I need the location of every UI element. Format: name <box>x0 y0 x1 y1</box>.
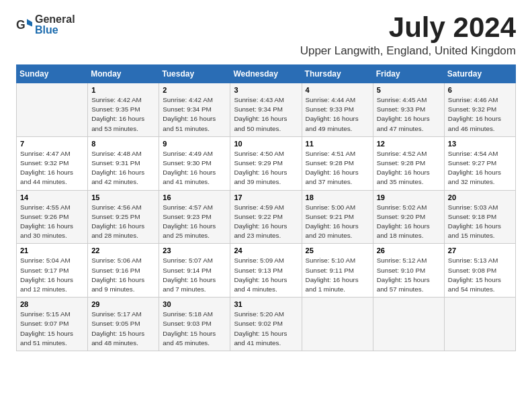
calendar-cell: 10Sunrise: 4:50 AM Sunset: 9:29 PM Dayli… <box>230 136 302 190</box>
calendar-cell: 18Sunrise: 5:00 AM Sunset: 9:21 PM Dayli… <box>302 190 373 244</box>
day-info: Sunrise: 4:54 AM Sunset: 9:27 PM Dayligh… <box>448 149 512 187</box>
calendar-cell: 21Sunrise: 5:04 AM Sunset: 9:17 PM Dayli… <box>17 244 88 298</box>
calendar-cell: 27Sunrise: 5:13 AM Sunset: 9:08 PM Dayli… <box>444 244 515 298</box>
day-info: Sunrise: 5:12 AM Sunset: 9:10 PM Dayligh… <box>377 256 441 294</box>
day-info: Sunrise: 5:20 AM Sunset: 9:02 PM Dayligh… <box>234 310 298 348</box>
day-number: 6 <box>448 86 512 94</box>
calendar-cell: 23Sunrise: 5:07 AM Sunset: 9:14 PM Dayli… <box>159 244 230 298</box>
day-number: 23 <box>163 246 226 255</box>
day-info: Sunrise: 4:57 AM Sunset: 9:23 PM Dayligh… <box>163 203 226 241</box>
calendar-cell: 2Sunrise: 4:42 AM Sunset: 9:34 PM Daylig… <box>159 83 230 137</box>
calendar-cell: 25Sunrise: 5:10 AM Sunset: 9:11 PM Dayli… <box>302 244 373 298</box>
day-number: 11 <box>306 140 369 148</box>
svg-marker-1 <box>27 19 32 26</box>
calendar-cell: 26Sunrise: 5:12 AM Sunset: 9:10 PM Dayli… <box>373 244 444 298</box>
day-number: 15 <box>91 193 155 201</box>
day-number: 31 <box>234 300 298 308</box>
day-info: Sunrise: 4:45 AM Sunset: 9:33 PM Dayligh… <box>377 95 441 134</box>
weekday-header-cell: Saturday <box>444 65 515 83</box>
calendar-week-row: 7Sunrise: 4:47 AM Sunset: 9:32 PM Daylig… <box>17 136 516 190</box>
calendar-cell: 1Sunrise: 4:42 AM Sunset: 9:35 PM Daylig… <box>88 83 159 137</box>
calendar-cell: 24Sunrise: 5:09 AM Sunset: 9:13 PM Dayli… <box>230 244 302 298</box>
day-info: Sunrise: 4:51 AM Sunset: 9:28 PM Dayligh… <box>306 149 369 187</box>
day-info: Sunrise: 5:02 AM Sunset: 9:20 PM Dayligh… <box>377 203 441 241</box>
day-info: Sunrise: 4:43 AM Sunset: 9:34 PM Dayligh… <box>234 95 298 134</box>
day-info: Sunrise: 4:47 AM Sunset: 9:32 PM Dayligh… <box>20 149 84 187</box>
day-info: Sunrise: 4:42 AM Sunset: 9:35 PM Dayligh… <box>91 95 155 134</box>
day-number: 7 <box>20 140 84 148</box>
weekday-header-row: SundayMondayTuesdayWednesdayThursdayFrid… <box>17 65 516 83</box>
calendar-body: 1Sunrise: 4:42 AM Sunset: 9:35 PM Daylig… <box>17 83 516 351</box>
page-header: G GeneralBlue July 2024 <box>16 13 516 42</box>
day-number: 12 <box>377 140 441 148</box>
day-number: 16 <box>163 193 226 201</box>
day-number: 28 <box>20 300 84 308</box>
calendar-cell: 28Sunrise: 5:15 AM Sunset: 9:07 PM Dayli… <box>17 298 88 351</box>
logo: G GeneralBlue <box>16 13 75 36</box>
calendar-cell: 7Sunrise: 4:47 AM Sunset: 9:32 PM Daylig… <box>17 136 88 190</box>
day-number: 26 <box>377 246 441 255</box>
day-number: 27 <box>448 246 512 255</box>
calendar-cell: 4Sunrise: 4:44 AM Sunset: 9:33 PM Daylig… <box>302 83 373 137</box>
day-number: 29 <box>91 300 155 308</box>
day-info: Sunrise: 4:52 AM Sunset: 9:28 PM Dayligh… <box>377 149 441 187</box>
weekday-header-cell: Wednesday <box>230 65 302 83</box>
weekday-header-cell: Monday <box>88 65 159 83</box>
day-info: Sunrise: 4:55 AM Sunset: 9:26 PM Dayligh… <box>20 203 84 241</box>
day-info: Sunrise: 5:03 AM Sunset: 9:18 PM Dayligh… <box>448 203 512 241</box>
day-info: Sunrise: 5:04 AM Sunset: 9:17 PM Dayligh… <box>20 256 84 294</box>
calendar-cell: 12Sunrise: 4:52 AM Sunset: 9:28 PM Dayli… <box>373 136 444 190</box>
calendar-cell: 8Sunrise: 4:48 AM Sunset: 9:31 PM Daylig… <box>88 136 159 190</box>
calendar-cell: 17Sunrise: 4:59 AM Sunset: 9:22 PM Dayli… <box>230 190 302 244</box>
day-info: Sunrise: 4:50 AM Sunset: 9:29 PM Dayligh… <box>234 149 298 187</box>
day-number: 3 <box>234 86 298 94</box>
logo-icon: G <box>16 17 32 33</box>
calendar-cell: 20Sunrise: 5:03 AM Sunset: 9:18 PM Dayli… <box>444 190 515 244</box>
calendar-week-row: 14Sunrise: 4:55 AM Sunset: 9:26 PM Dayli… <box>17 190 516 244</box>
logo-general: General <box>35 13 75 25</box>
day-number: 9 <box>163 140 226 148</box>
day-info: Sunrise: 5:18 AM Sunset: 9:03 PM Dayligh… <box>163 310 226 348</box>
month-title: July 2024 <box>389 13 516 42</box>
day-number: 25 <box>306 246 369 255</box>
calendar-week-row: 21Sunrise: 5:04 AM Sunset: 9:17 PM Dayli… <box>17 244 516 298</box>
day-info: Sunrise: 5:15 AM Sunset: 9:07 PM Dayligh… <box>20 310 84 348</box>
day-info: Sunrise: 5:17 AM Sunset: 9:05 PM Dayligh… <box>91 310 155 348</box>
day-info: Sunrise: 4:48 AM Sunset: 9:31 PM Dayligh… <box>91 149 155 187</box>
calendar-cell: 22Sunrise: 5:06 AM Sunset: 9:16 PM Dayli… <box>88 244 159 298</box>
calendar-cell: 31Sunrise: 5:20 AM Sunset: 9:02 PM Dayli… <box>230 298 302 351</box>
day-info: Sunrise: 4:56 AM Sunset: 9:25 PM Dayligh… <box>91 203 155 241</box>
calendar-cell: 5Sunrise: 4:45 AM Sunset: 9:33 PM Daylig… <box>373 83 444 137</box>
calendar-cell <box>373 298 444 351</box>
calendar-week-row: 28Sunrise: 5:15 AM Sunset: 9:07 PM Dayli… <box>17 298 516 351</box>
calendar-cell: 14Sunrise: 4:55 AM Sunset: 9:26 PM Dayli… <box>17 190 88 244</box>
day-info: Sunrise: 5:09 AM Sunset: 9:13 PM Dayligh… <box>234 256 298 294</box>
day-info: Sunrise: 5:10 AM Sunset: 9:11 PM Dayligh… <box>306 256 369 294</box>
calendar-cell: 15Sunrise: 4:56 AM Sunset: 9:25 PM Dayli… <box>88 190 159 244</box>
calendar-cell: 11Sunrise: 4:51 AM Sunset: 9:28 PM Dayli… <box>302 136 373 190</box>
calendar-cell: 16Sunrise: 4:57 AM Sunset: 9:23 PM Dayli… <box>159 190 230 244</box>
weekday-header-cell: Thursday <box>302 65 373 83</box>
location-title: Upper Langwith, England, United Kingdom <box>16 44 516 58</box>
day-info: Sunrise: 5:13 AM Sunset: 9:08 PM Dayligh… <box>448 256 512 294</box>
day-number: 2 <box>163 86 226 94</box>
calendar-cell: 29Sunrise: 5:17 AM Sunset: 9:05 PM Dayli… <box>88 298 159 351</box>
day-number: 22 <box>91 246 155 255</box>
day-info: Sunrise: 4:42 AM Sunset: 9:34 PM Dayligh… <box>163 95 226 134</box>
calendar-week-row: 1Sunrise: 4:42 AM Sunset: 9:35 PM Daylig… <box>17 83 516 137</box>
day-number: 18 <box>306 193 369 201</box>
weekday-header-cell: Friday <box>373 65 444 83</box>
day-info: Sunrise: 4:46 AM Sunset: 9:32 PM Dayligh… <box>448 95 512 134</box>
svg-text:G: G <box>16 18 26 32</box>
day-info: Sunrise: 4:44 AM Sunset: 9:33 PM Dayligh… <box>306 95 369 134</box>
calendar-cell: 30Sunrise: 5:18 AM Sunset: 9:03 PM Dayli… <box>159 298 230 351</box>
day-number: 4 <box>306 86 369 94</box>
day-number: 20 <box>448 193 512 201</box>
day-info: Sunrise: 5:00 AM Sunset: 9:21 PM Dayligh… <box>306 203 369 241</box>
day-number: 13 <box>448 140 512 148</box>
day-number: 1 <box>91 86 155 94</box>
day-number: 8 <box>91 140 155 148</box>
calendar-table: SundayMondayTuesdayWednesdayThursdayFrid… <box>16 64 516 351</box>
day-info: Sunrise: 4:49 AM Sunset: 9:30 PM Dayligh… <box>163 149 226 187</box>
calendar-cell: 6Sunrise: 4:46 AM Sunset: 9:32 PM Daylig… <box>444 83 515 137</box>
